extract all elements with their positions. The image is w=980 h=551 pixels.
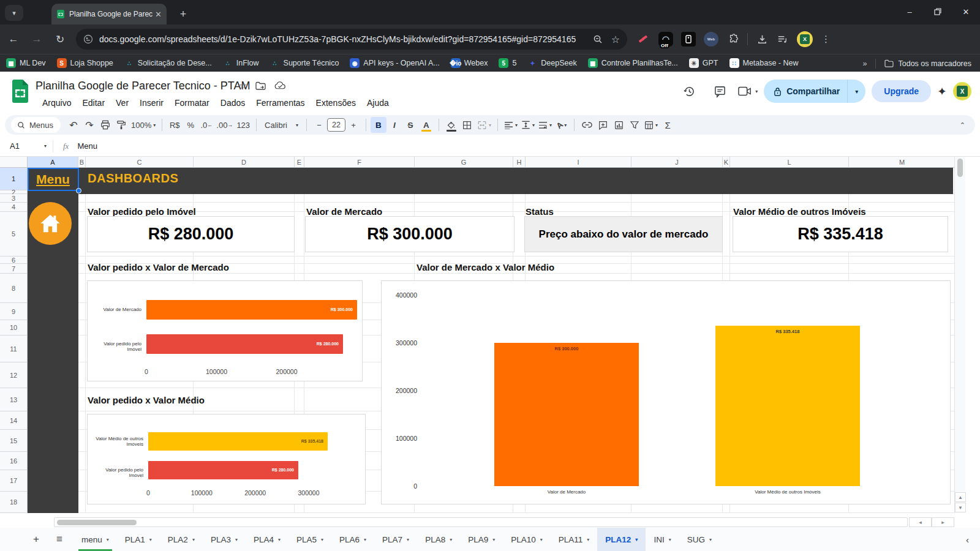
column-header-E[interactable]: E [295,157,304,168]
horizontal-scrollbar-track[interactable] [54,517,908,527]
sheet-tab-PLA9[interactable]: PLA9▾ [460,528,503,551]
column-header-A[interactable]: A [28,157,78,168]
row-header-9[interactable]: 9 [0,303,28,320]
back-icon[interactable]: ← [4,29,23,49]
sheet-tab-menu-icon[interactable]: ▾ [149,537,152,542]
insert-chart-icon[interactable] [611,117,627,133]
row-header-16[interactable]: 16 [0,452,28,470]
bookmark-item[interactable]: ✦DeepSeek [527,58,576,68]
card-extension-icon[interactable] [681,32,696,47]
table-views-icon[interactable]: ▾ [643,117,660,133]
home-button[interactable] [29,202,72,245]
gemini-icon[interactable]: ✦ [937,84,947,99]
bookmark-item[interactable]: ✳GPT [689,58,718,68]
card-value[interactable]: R$ 335.418 [733,216,948,252]
horizontal-scrollbar[interactable]: ◂ ▸ [0,517,980,528]
downloads-icon[interactable] [756,34,768,45]
menu-formatar[interactable]: Formatar [169,96,215,110]
row-header-18[interactable]: 18 [0,492,28,513]
restore-button[interactable] [924,0,952,23]
meet-button[interactable]: ▾ [738,86,758,96]
menu-extensões[interactable]: Extensões [311,96,361,110]
select-all-corner[interactable] [0,157,28,168]
menu-dados[interactable]: Dados [215,96,251,110]
row-header-4[interactable]: 4 [0,203,28,212]
format-currency-button[interactable]: R$ [167,117,183,133]
print-icon[interactable] [97,117,113,133]
bold-button[interactable]: B [371,117,386,133]
column-header-M[interactable]: M [849,157,956,168]
sheet-tab-menu-icon[interactable]: ▾ [709,537,712,542]
decrease-decimal-button[interactable]: .0← [198,117,214,133]
tab-search-button[interactable]: ▾ [5,5,23,21]
document-title[interactable]: Planilha Google de Parecer Tecnico - PTA… [36,80,251,92]
sheet-tab-PLA11[interactable]: PLA11▾ [551,528,598,551]
filter-icon[interactable] [627,117,643,133]
zoom-page-icon[interactable] [593,34,603,44]
row-header-15[interactable]: 15 [0,430,28,452]
text-color-button[interactable]: A [418,117,434,133]
fill-color-icon[interactable] [443,117,459,133]
bookmark-item[interactable]: ▦ML Dev [6,58,46,68]
upgrade-button[interactable]: Upgrade [872,80,931,102]
format-percent-button[interactable]: % [183,117,198,133]
sheet-tab-menu-icon[interactable]: ▾ [635,537,638,542]
sheet-tab-menu-icon[interactable]: ▾ [107,537,109,542]
column-header-L[interactable]: L [730,157,849,168]
sheets-logo-icon[interactable] [11,79,29,103]
tab-close-icon[interactable]: ✕ [155,10,162,19]
address-bar[interactable]: docs.google.com/spreadsheets/d/1e-Dzik7w… [76,29,627,50]
scroll-down-icon[interactable]: ▼ [955,503,966,512]
scroll-left-icon[interactable]: ◂ [909,517,932,527]
insert-link-icon[interactable] [579,117,595,133]
column-header-K[interactable]: K [723,157,730,168]
card-value[interactable]: R$ 300.000 [305,216,514,252]
font-family-select[interactable]: Calibri▾ [261,117,302,133]
bookmark-item[interactable]: SLoja Shoppe [57,58,113,68]
paint-format-icon[interactable] [113,117,129,133]
selection-handle[interactable] [76,188,81,193]
sheet-tab-menu-icon[interactable]: ▾ [364,537,366,542]
web-extension-icon[interactable]: Web [704,32,718,47]
menu-ajuda[interactable]: Ajuda [361,96,394,110]
row-header-14[interactable]: 14 [0,411,28,430]
sheet-tab-menu-icon[interactable]: ▾ [669,537,671,542]
collapse-toolbar-icon[interactable]: ⌃ [960,121,965,129]
sheet-tab-PLA8[interactable]: PLA8▾ [417,528,460,551]
sheet-tab-PLA4[interactable]: PLA4▾ [246,528,288,551]
bar[interactable] [715,326,860,486]
reload-icon[interactable]: ↻ [50,29,70,49]
chart-valor-pedido-x-medio[interactable]: Valor Médio de outros ImóveisR$ 335.418V… [87,414,366,504]
bookmark-item[interactable]: �ioWebex [451,58,488,68]
row-header-1[interactable]: 1 [0,168,28,190]
font-size-input[interactable]: 22 [327,118,345,132]
sheet-tab-menu-icon[interactable]: ▾ [492,537,495,542]
functions-button[interactable]: Σ [660,117,676,133]
close-button[interactable]: ✕ [952,0,980,23]
sheet-tab-menu-icon[interactable]: ▾ [321,537,323,542]
bookmark-item[interactable]: ◉API keys - OpenAI A... [350,58,439,68]
vertical-scrollbar-thumb[interactable] [957,159,963,177]
row-header-10[interactable]: 10 [0,320,28,335]
all-sheets-button[interactable]: ≡ [50,530,69,549]
sheet-tab-PLA3[interactable]: PLA3▾ [203,528,246,551]
extensions-puzzle-icon[interactable] [726,32,741,47]
move-folder-icon[interactable] [255,81,266,90]
scroll-right-icon[interactable]: ▸ [932,517,954,527]
minimize-button[interactable]: – [895,0,924,23]
add-sheet-button[interactable]: + [27,530,45,549]
sheet-tab-PLA10[interactable]: PLA10▾ [503,528,551,551]
tab-scroll-left-icon[interactable]: ‹ [966,528,969,551]
menu-link-cell[interactable]: Menu [28,168,78,190]
vpn-extension-icon[interactable]: Off [658,32,673,47]
row-header-12[interactable]: 12 [0,362,28,388]
sheet-tab-PLA2[interactable]: PLA2▾ [160,528,203,551]
bookmark-item[interactable]: ∷Metabase - New [729,58,799,68]
column-header-I[interactable]: I [526,157,631,168]
column-header-F[interactable]: F [304,157,415,168]
sheet-tab-menu-icon[interactable]: ▾ [407,537,409,542]
italic-button[interactable]: I [386,117,402,133]
menu-editar[interactable]: Editar [77,96,110,110]
sheet-tab-menu-icon[interactable]: ▾ [540,537,543,542]
sheet-tab-PLA1[interactable]: PLA1▾ [117,528,160,551]
